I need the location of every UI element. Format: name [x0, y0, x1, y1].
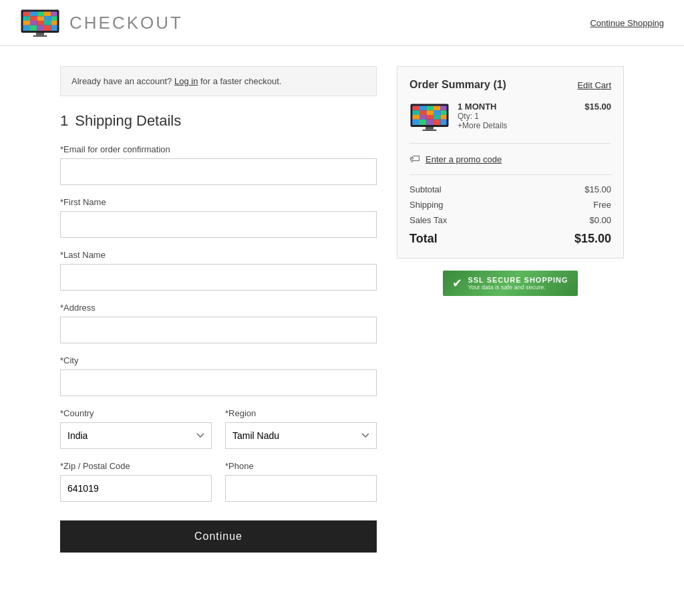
login-banner: Already have an account? Log in for a fa…	[60, 66, 377, 96]
email-group: *Email for order confirmation	[60, 144, 377, 185]
svg-rect-15	[44, 21, 51, 25]
shipping-value: Free	[593, 200, 611, 210]
svg-rect-37	[419, 115, 427, 120]
svg-rect-7	[23, 16, 31, 21]
svg-rect-8	[30, 16, 37, 21]
order-item: 1 MONTH Qty: 1 +More Details $15.00	[409, 102, 611, 144]
svg-rect-30	[441, 106, 447, 111]
svg-rect-4	[37, 12, 45, 17]
main-content: Already have an account? Log in for a fa…	[0, 46, 684, 573]
address-group: *Address	[60, 303, 377, 343]
shipping-label: Shipping	[409, 200, 444, 210]
svg-rect-6	[51, 12, 57, 17]
promo-icon: 🏷	[409, 153, 420, 165]
svg-rect-19	[37, 25, 45, 31]
right-panel: Order Summary (1) Edit Cart	[397, 66, 624, 296]
svg-rect-10	[44, 16, 51, 21]
country-select[interactable]: India United States United Kingdom Canad…	[60, 422, 212, 449]
phone-input[interactable]	[225, 475, 377, 502]
promo-section: 🏷 Enter a promo code	[409, 153, 611, 175]
ssl-text: SSL SECURE SHOPPING Your data is safe an…	[468, 276, 568, 291]
order-summary-box: Order Summary (1) Edit Cart	[397, 66, 624, 259]
svg-rect-9	[37, 16, 45, 21]
svg-rect-34	[434, 110, 441, 115]
order-summary-header: Order Summary (1) Edit Cart	[409, 79, 611, 91]
total-label: Total	[409, 232, 438, 246]
zip-group: *Zip / Postal Code	[60, 461, 212, 502]
svg-rect-12	[23, 21, 31, 25]
item-price: $15.00	[584, 102, 611, 132]
svg-rect-27	[419, 106, 427, 111]
svg-rect-38	[427, 115, 434, 120]
svg-rect-31	[413, 110, 420, 115]
login-link[interactable]: Log in	[174, 76, 198, 86]
svg-rect-44	[434, 120, 441, 125]
svg-rect-13	[30, 21, 37, 25]
city-group: *City	[60, 355, 377, 396]
header-left: CHECKOUT	[20, 7, 183, 39]
svg-rect-21	[51, 25, 57, 31]
section-title-text: Shipping Details	[75, 112, 181, 130]
tax-value: $0.00	[589, 215, 611, 225]
svg-rect-5	[44, 12, 51, 17]
subtotal-value: $15.00	[584, 184, 611, 194]
svg-rect-40	[441, 115, 447, 120]
edit-cart-link[interactable]: Edit Cart	[577, 80, 611, 90]
svg-rect-11	[51, 16, 57, 21]
svg-rect-2	[23, 12, 31, 17]
first-name-input[interactable]	[60, 211, 377, 238]
login-banner-text-after: for a faster checkout.	[200, 76, 281, 86]
subtotal-label: Subtotal	[409, 184, 442, 194]
svg-rect-42	[419, 120, 427, 125]
address-input[interactable]	[60, 317, 377, 343]
svg-rect-36	[413, 115, 420, 120]
last-name-group: *Last Name	[60, 250, 377, 291]
svg-rect-20	[44, 25, 51, 31]
email-label: *Email for order confirmation	[60, 144, 377, 154]
promo-link[interactable]: Enter a promo code	[425, 154, 502, 164]
total-value: $15.00	[574, 232, 611, 246]
tax-label: Sales Tax	[409, 215, 447, 225]
svg-rect-14	[37, 21, 45, 25]
city-label: *City	[60, 355, 377, 365]
ssl-check-icon: ✔	[452, 276, 462, 291]
phone-group: *Phone	[225, 461, 377, 502]
continue-button[interactable]: Continue	[60, 520, 377, 553]
first-name-label: *First Name	[60, 197, 377, 207]
country-label: *Country	[60, 408, 212, 418]
svg-rect-33	[427, 110, 434, 115]
zip-phone-row: *Zip / Postal Code *Phone	[60, 461, 377, 514]
svg-rect-28	[427, 106, 434, 111]
last-name-label: *Last Name	[60, 250, 377, 260]
svg-rect-39	[434, 115, 441, 120]
svg-rect-46	[425, 127, 434, 130]
city-input[interactable]	[60, 369, 377, 396]
country-group: *Country India United States United King…	[60, 408, 212, 449]
section-number: 1	[60, 112, 68, 130]
region-label: *Region	[225, 408, 377, 418]
email-input[interactable]	[60, 158, 377, 185]
page-title: CHECKOUT	[69, 13, 183, 33]
login-banner-text-before: Already have an account?	[71, 76, 172, 86]
order-item-details: 1 MONTH Qty: 1 +More Details	[458, 102, 576, 132]
header: CHECKOUT Continue Shopping	[0, 0, 684, 46]
ssl-badge-inner: ✔ SSL SECURE SHOPPING Your data is safe …	[443, 271, 577, 296]
address-label: *Address	[60, 303, 377, 313]
svg-rect-18	[30, 25, 37, 31]
order-summary-title: Order Summary (1)	[409, 79, 506, 91]
svg-rect-29	[434, 106, 441, 111]
region-select[interactable]: Tamil Nadu Karnataka Maharashtra Delhi K…	[225, 422, 377, 449]
ssl-subtitle: Your data is safe and secure.	[468, 284, 568, 291]
svg-rect-47	[423, 130, 437, 131]
svg-rect-16	[51, 21, 57, 25]
zip-input[interactable]	[60, 475, 212, 502]
zip-label: *Zip / Postal Code	[60, 461, 212, 471]
last-name-input[interactable]	[60, 264, 377, 291]
svg-rect-45	[441, 120, 447, 125]
continue-shopping-link[interactable]: Continue Shopping	[590, 18, 664, 28]
svg-rect-32	[419, 110, 427, 115]
item-more-details[interactable]: +More Details	[458, 121, 576, 130]
country-region-row: *Country India United States United King…	[60, 408, 377, 461]
phone-label: *Phone	[225, 461, 377, 471]
first-name-group: *First Name	[60, 197, 377, 238]
